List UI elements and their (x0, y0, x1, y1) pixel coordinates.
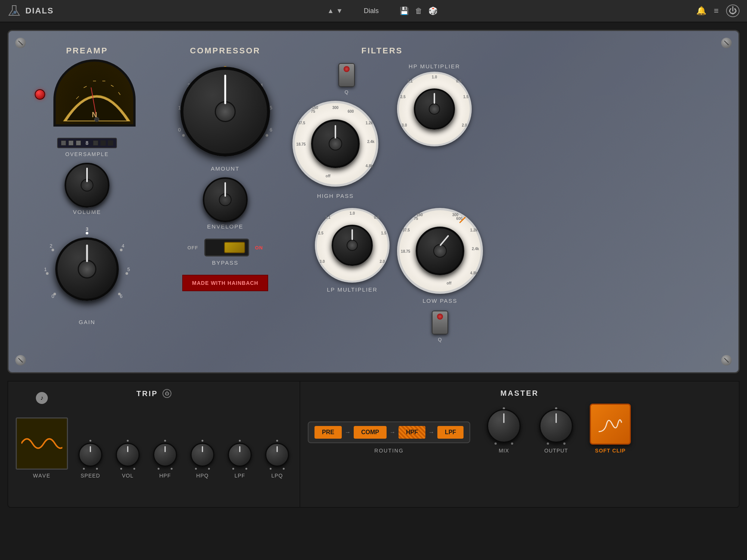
routing-lpf[interactable]: LPF (437, 426, 464, 439)
filters-title: FILTERS (292, 46, 472, 56)
hpm-tick-5: 1.1 (407, 79, 413, 83)
gain-knob[interactable] (55, 237, 119, 301)
trip-power-icon[interactable]: ⏻ (162, 389, 171, 398)
routing-hpf[interactable]: HPF (399, 426, 425, 439)
lp-tick-75: 75 (414, 217, 418, 221)
lp-tick-18: 18.75 (401, 249, 410, 253)
lpq-area: LPQ (262, 440, 292, 479)
highpass-knob[interactable] (311, 119, 360, 168)
lpq-dot1 (276, 440, 278, 442)
mix-dot2 (495, 442, 497, 445)
volume-knob[interactable] (65, 163, 109, 208)
lowpass-knob[interactable] (416, 227, 464, 275)
speed-area: SPEED (75, 440, 105, 479)
lp-knob-indicator (439, 235, 449, 246)
lpm-tick-7: 3.0 (320, 259, 325, 264)
gain-num-4: 4 (122, 243, 124, 249)
hpq-knob[interactable] (190, 443, 214, 467)
amount-knob[interactable] (180, 67, 270, 156)
gain-num-3: 3 (86, 226, 88, 232)
preset-name: Dials (349, 7, 394, 15)
hpm-tick-6: 2.5 (400, 95, 406, 99)
hpf-area: HPF (150, 440, 180, 479)
mix-area: MIX (485, 407, 523, 454)
master-title: MASTER (308, 389, 731, 398)
gain-dot6 (118, 293, 121, 295)
hp-tick-150: 150 (312, 106, 318, 110)
gain-num-5: 5 (127, 267, 130, 272)
routing-comp[interactable]: COMP (354, 426, 387, 439)
routing-arrow-2: → (388, 429, 397, 436)
preset-nav-up[interactable]: ▲ (327, 7, 334, 15)
q2-toggle[interactable] (432, 311, 448, 335)
random-button[interactable]: 🎲 (428, 6, 438, 15)
bypass-toggle[interactable] (204, 239, 249, 256)
hp-tick-4k8: 4.8k (366, 164, 373, 168)
hpm-tick-4: 2.0 (462, 123, 467, 127)
hp-mult-knob[interactable] (414, 88, 455, 130)
lowpass-dial-wrap: 150 300 600 1.2k 2.4k 4.8k off 75 37.5 1… (397, 208, 483, 294)
lpm-knob-center (347, 240, 358, 251)
envelope-knob-wrap (205, 179, 246, 220)
lp-tick-150: 150 (416, 213, 423, 217)
svg-point-1 (12, 13, 14, 15)
lpq-knob[interactable] (265, 443, 289, 467)
output-label: OUTPUT (544, 448, 568, 454)
delete-button[interactable]: 🗑 (415, 7, 422, 15)
lpf-area: LPF (225, 440, 255, 479)
mix-knob[interactable] (487, 409, 521, 443)
speed-label: SPEED (81, 473, 100, 479)
save-button[interactable]: 💾 (400, 6, 409, 15)
speed-knob-wrap (75, 440, 105, 470)
preset-controls: ▲ ▼ Dials 💾 🗑 🎲 (69, 6, 696, 15)
wave-area: ♪ WAVE (16, 404, 68, 479)
svg-line-3 (76, 96, 79, 99)
lpq-dot2 (270, 468, 272, 470)
gain-knob-wrap: 1 2 3 4 5 6 0 (40, 223, 134, 316)
lowpass-label: LOW PASS (422, 298, 457, 304)
hpf-knob[interactable] (153, 443, 177, 467)
screw-br (721, 355, 732, 365)
lp-tick-off2: off (447, 281, 452, 285)
menu-icon[interactable]: ≡ (714, 6, 719, 16)
seg6 (108, 140, 113, 146)
notification-icon[interactable]: 🔔 (696, 6, 706, 16)
envelope-knob[interactable] (203, 177, 248, 222)
lp-multiplier-column: 1.0 0.5 1.5 2.0 1.1 2.5 3.0 LP MULTIPLIE… (315, 208, 390, 293)
volume-label: VOLUME (73, 209, 101, 215)
power-icon[interactable]: ⏻ (726, 4, 740, 17)
filters-top-row: Q 300 600 1.2k 2.4k 4.8k off 150 75 (292, 63, 472, 199)
q-toggle[interactable] (338, 63, 355, 87)
filters-section: FILTERS Q 300 600 1.2k (292, 46, 472, 342)
hpm-knob-center (429, 103, 440, 115)
led-indicator[interactable] (35, 89, 45, 100)
hainbach-area: MADE WITH HAINBACH (165, 275, 285, 291)
seg5 (100, 140, 106, 146)
note-icon[interactable]: ♪ (36, 392, 48, 404)
routing-pre[interactable]: PRE (314, 426, 342, 439)
wave-display[interactable] (16, 417, 68, 470)
hainbach-button[interactable]: MADE WITH HAINBACH (182, 275, 268, 291)
speed-knob[interactable] (78, 443, 102, 467)
gain-knob-center (78, 260, 96, 279)
bypass-label: BYPASS (212, 259, 239, 266)
preset-nav-down[interactable]: ▼ (336, 7, 343, 15)
vu-meter-area: N (24, 59, 151, 134)
soft-clip-button[interactable] (590, 404, 631, 445)
hpm-tick-1: 1.0 (432, 75, 437, 79)
bottom-panel: TRIP ⏻ ♪ WAVE (7, 381, 740, 508)
lpm-tick-1: 1.0 (350, 211, 355, 215)
hpq-dot2 (195, 468, 197, 470)
volume-knob-wrap (66, 165, 108, 206)
vol-knob[interactable] (116, 443, 140, 467)
hp-mult-label: HP MULTIPLIER (409, 63, 460, 69)
output-knob[interactable] (539, 409, 573, 443)
lp-mult-knob[interactable] (332, 225, 373, 266)
hpq-area: HPQ (187, 440, 217, 479)
oversample-control[interactable]: 8 (57, 138, 117, 148)
lpf-knob[interactable] (228, 443, 252, 467)
lowpass-column: 150 300 600 1.2k 2.4k 4.8k off 75 37.5 1… (397, 208, 483, 342)
comp-num-0: 0 (178, 127, 181, 133)
master-section: MASTER PRE → COMP → HPF → LPF ROUTING (300, 382, 739, 507)
compressor-title: COMPRESSOR (165, 46, 285, 56)
